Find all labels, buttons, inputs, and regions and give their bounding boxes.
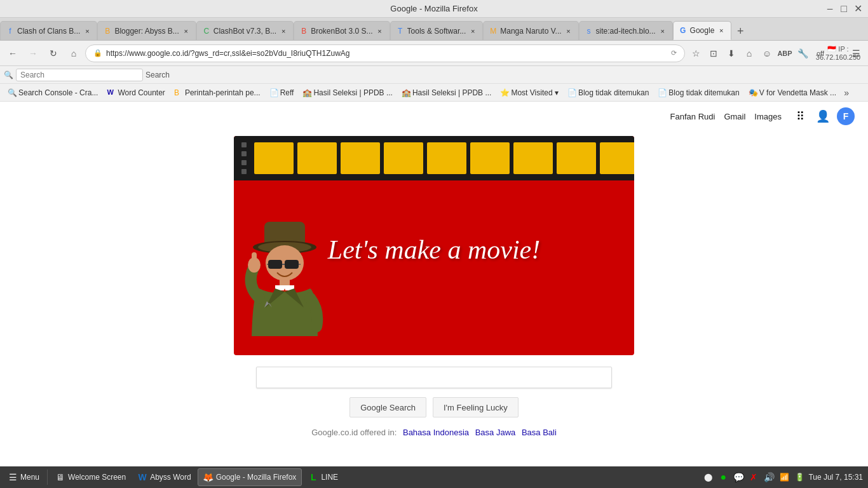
search-area: Google Search I'm Feeling Lucky <box>256 367 612 417</box>
feeling-lucky-button[interactable]: I'm Feeling Lucky <box>433 397 519 417</box>
extra-nav-icons: ☆ ⊡ ⬇ ⌂ ☺ ABP 🔧 off 🇮🇩 IP : 36.72.160.25… <box>688 45 864 62</box>
bookmark-search-console[interactable]: 🔍 Search Console - Cra... <box>4 86 102 100</box>
tab-close-2[interactable]: × <box>182 27 191 36</box>
back-button[interactable]: ← <box>4 44 22 62</box>
minimize-button[interactable]: ‒ <box>825 4 835 14</box>
address-bar[interactable]: 🔒 https://www.google.co.id/?gws_rd=cr,ss… <box>85 44 685 62</box>
images-link[interactable]: Images <box>754 112 782 121</box>
extension-button[interactable]: 🔧 <box>794 45 811 62</box>
tab-close-5[interactable]: × <box>468 27 477 36</box>
title-bar: Google - Mozilla Firefox ‒ □ ✕ <box>0 0 868 18</box>
bookmark-word-counter[interactable]: W Word Counter <box>103 86 168 100</box>
tab-tools[interactable]: T Tools & Softwar... × <box>390 21 484 40</box>
home-button[interactable]: ⌂ <box>65 44 83 62</box>
doodle-text: Let's make a movie! <box>328 234 540 265</box>
bookmark-favicon-3: B <box>174 88 183 97</box>
tab-favicon-1: f <box>6 27 15 36</box>
tab-label-3: ClashBot v7.3, B... <box>214 27 276 36</box>
bookmark-label-10: V for Vendetta Mask ... <box>759 88 836 97</box>
refresh-button[interactable]: ↻ <box>44 44 62 62</box>
film-holes-left <box>241 142 247 174</box>
tab-close-8[interactable]: × <box>717 26 726 35</box>
smiley-button[interactable]: ☺ <box>759 45 775 62</box>
bookmark-star-button[interactable]: ☆ <box>688 45 704 62</box>
svg-rect-17 <box>252 252 257 266</box>
tab-clashbot[interactable]: C ClashBot v7.3, B... × <box>196 21 294 40</box>
tab-brokenbot[interactable]: B BrokenBot 3.0 S... × <box>294 21 390 40</box>
tab-site[interactable]: s site:ad-itech.blo... × <box>579 21 673 40</box>
tab-manga[interactable]: M Manga Naruto V... × <box>483 21 578 40</box>
home-nav-button[interactable]: ⌂ <box>741 45 757 62</box>
tab-close-4[interactable]: × <box>376 27 384 36</box>
film-frame-4 <box>384 142 423 174</box>
flag-ip-button[interactable]: 🇮🇩 IP : 36.72.160.250 <box>830 45 846 62</box>
bookmark-reff[interactable]: 📄 Reff <box>266 86 298 100</box>
tab-label-8: Google <box>690 26 715 35</box>
nav-icon-2[interactable]: ⊡ <box>705 45 722 62</box>
bookmarks-more[interactable]: » <box>841 88 851 98</box>
gmail-link[interactable]: Gmail <box>724 112 745 121</box>
tab-blogger-abyss[interactable]: B Blogger: Abyss B... × <box>97 21 196 40</box>
fanfan-rudi-link[interactable]: Fanfan Rudi <box>670 112 715 121</box>
google-doodle[interactable]: Let's make a movie! <box>234 136 634 355</box>
taskbar-abyss-word[interactable]: W Abyss Word <box>132 468 196 486</box>
basa-bali-link[interactable]: Basa Bali <box>522 428 557 437</box>
bookmark-blog2[interactable]: 📄 Blog tidak ditemukan <box>654 86 743 100</box>
restore-button[interactable]: □ <box>839 4 849 14</box>
bookmark-favicon-5: 🏫 <box>302 88 311 97</box>
tab-close-7[interactable]: × <box>658 27 667 36</box>
bookmark-most-visited[interactable]: ⭐ Most Visited ▾ <box>496 86 562 100</box>
close-sys-icon[interactable]: ✗ <box>747 471 760 484</box>
taskbar-menu-label: Menu <box>20 473 39 482</box>
film-frame-3 <box>341 142 380 174</box>
menu-button[interactable]: ☰ <box>848 45 864 62</box>
taskbar-time: Tue Jul 7, 15:31 <box>808 473 863 482</box>
bookmark-favicon-4: 📄 <box>269 88 278 97</box>
google-search-input[interactable] <box>256 367 612 388</box>
close-button[interactable]: ✕ <box>853 4 863 14</box>
signal-icon[interactable]: 📶 <box>778 471 790 484</box>
bookmark-hasil2[interactable]: 🏫 Hasil Seleksi | PPDB ... <box>398 86 496 100</box>
taskbar-welcome-label: Welcome Screen <box>68 473 126 482</box>
chat-icon[interactable]: 💬 <box>732 471 745 484</box>
line-icon: L <box>308 472 318 482</box>
taskbar-firefox-label: Google - Mozilla Firefox <box>216 473 297 482</box>
apps-button[interactable]: ⠿ <box>790 107 810 126</box>
tab-google[interactable]: G Google × <box>673 21 732 40</box>
tab-favicon-7: s <box>585 27 593 36</box>
bookmark-hasil1[interactable]: 🏫 Hasil Seleksi | PPDB ... <box>299 86 397 100</box>
forward-button[interactable]: → <box>24 44 42 62</box>
taskbar-divider-1 <box>47 470 48 485</box>
new-tab-button[interactable]: + <box>731 22 749 40</box>
sys-icon-1[interactable]: ⬤ <box>702 471 714 484</box>
battery-icon[interactable]: 🔋 <box>793 471 806 484</box>
bookmark-vendetta[interactable]: 🎭 V for Vendetta Mask ... <box>745 86 840 100</box>
taskbar-menu[interactable]: ☰ Menu <box>3 468 44 486</box>
download-button[interactable]: ⬇ <box>723 45 740 62</box>
abp-button[interactable]: ABP <box>776 45 793 62</box>
taskbar: ☰ Menu 🖥 Welcome Screen W Abyss Word 🦊 G… <box>0 466 868 488</box>
bookmark-perintah[interactable]: B Perintah-perintah pe... <box>170 86 264 100</box>
volume-icon[interactable]: 🔊 <box>763 471 775 484</box>
tab-bar: f Clash of Clans B... × B Blogger: Abyss… <box>0 18 868 41</box>
find-input[interactable] <box>16 69 143 81</box>
bookmark-label-2: Word Counter <box>118 88 165 97</box>
google-search-button[interactable]: Google Search <box>349 397 426 417</box>
tab-close-3[interactable]: × <box>279 27 288 36</box>
taskbar-welcome-screen[interactable]: 🖥 Welcome Screen <box>50 468 131 486</box>
tab-clash-of-clans[interactable]: f Clash of Clans B... × <box>0 21 97 40</box>
tab-close-1[interactable]: × <box>83 27 92 36</box>
tab-close-6[interactable]: × <box>564 27 573 36</box>
taskbar-firefox[interactable]: 🦊 Google - Mozilla Firefox <box>198 468 302 486</box>
account-button[interactable]: F <box>836 107 855 126</box>
taskbar-line[interactable]: L LINE <box>303 468 343 486</box>
doodle-character <box>240 209 336 355</box>
bookmark-blog1[interactable]: 📄 Blog tidak ditemukan <box>564 86 653 100</box>
notifications-button[interactable]: 👤 <box>813 107 832 126</box>
window-title: Google - Mozilla Firefox <box>390 4 477 13</box>
taskbar-line-label: LINE <box>321 473 338 482</box>
line-notification-icon[interactable]: ● <box>717 471 729 484</box>
basa-jawa-link[interactable]: Basa Jawa <box>475 428 516 437</box>
film-frame-8 <box>557 142 596 174</box>
bahasa-indonesia-link[interactable]: Bahasa Indonesia <box>403 428 469 437</box>
